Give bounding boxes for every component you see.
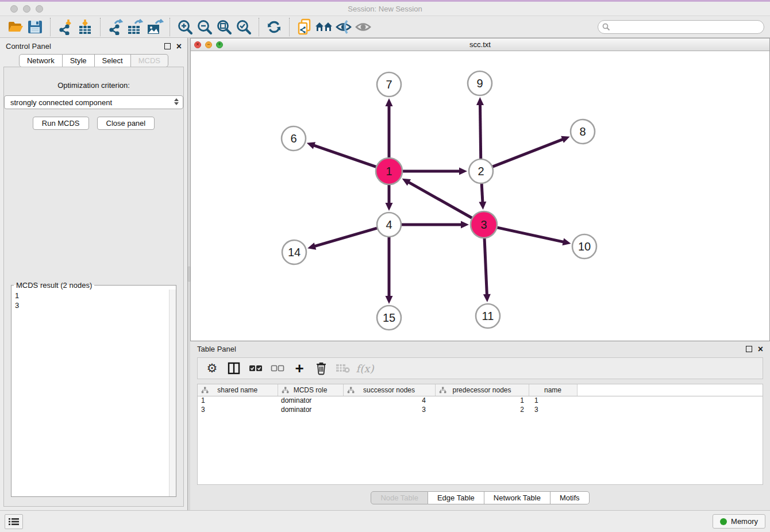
tab-style[interactable]: Style [63, 54, 95, 67]
gear-icon[interactable]: ⚙ [203, 360, 221, 377]
float-panel-icon[interactable] [164, 43, 171, 49]
split-columns-icon[interactable] [225, 360, 242, 377]
graph-node-label-9: 9 [476, 77, 483, 90]
export-image-icon[interactable] [145, 18, 164, 36]
table-row[interactable]: 1dominator411 [198, 396, 763, 405]
table-cell[interactable]: 4 [343, 396, 435, 405]
first-neighbors-icon[interactable] [314, 18, 334, 36]
table-cell[interactable]: dominator [278, 396, 343, 405]
graph-edge-3-11[interactable] [484, 238, 487, 295]
run-mcds-button[interactable]: Run MCDS [33, 117, 89, 130]
table-row[interactable]: 3dominator323 [198, 405, 763, 414]
table-cell[interactable]: 1 [435, 396, 529, 405]
close-panel-button[interactable]: Close panel [97, 117, 155, 130]
graph-edge-3-1[interactable] [408, 182, 472, 218]
graph-node-label-6: 6 [290, 132, 297, 145]
table-panel: Table Panel × ⚙ [190, 341, 770, 510]
graph-edge-1-6[interactable] [313, 145, 376, 167]
float-table-panel-icon[interactable] [746, 346, 752, 352]
zoom-out-icon[interactable] [195, 18, 214, 36]
table-cell[interactable]: 3 [529, 405, 577, 414]
control-panel: Control Panel × NetworkStyleSelectMCDS O… [0, 38, 188, 510]
tab-network-table[interactable]: Network Table [484, 491, 550, 504]
add-row-icon[interactable]: + [291, 360, 308, 377]
table-panel-tabs: Node TableEdge TableNetwork TableMotifs [190, 485, 770, 510]
delete-row-icon[interactable] [313, 360, 330, 377]
zoom-in-icon[interactable] [175, 18, 195, 36]
column-header-predecessor-nodes[interactable]: predecessor nodes [435, 384, 529, 396]
graph-edge-arrowhead [562, 238, 571, 246]
close-table-panel-icon[interactable]: × [758, 346, 763, 352]
zoom-fit-icon[interactable] [214, 18, 234, 36]
select-all-checkboxes-icon[interactable] [247, 360, 264, 377]
graph-node-label-2: 2 [478, 165, 484, 178]
clone-network-icon[interactable] [295, 18, 314, 36]
refresh-icon[interactable] [264, 18, 284, 36]
panel-splitter-handle[interactable] [188, 267, 190, 282]
graph-edge-2-3[interactable] [482, 183, 483, 203]
node-table[interactable]: shared nameMCDS rolesuccessor nodesprede… [197, 384, 763, 485]
open-folder-icon[interactable] [6, 18, 25, 36]
list-icon [9, 518, 19, 526]
table-cell[interactable]: dominator [278, 405, 343, 414]
main-toolbar [0, 16, 770, 38]
table-cell[interactable]: 3 [343, 405, 435, 414]
column-header-successor-nodes[interactable]: successor nodes [343, 384, 435, 396]
mcds-result-box: MCDS result (2 nodes) 1 3 [11, 281, 176, 497]
memory-label: Memory [731, 517, 758, 526]
show-all-icon[interactable] [353, 18, 373, 36]
table-cell[interactable]: 3 [198, 405, 278, 414]
import-table-icon[interactable] [75, 18, 95, 36]
graph-node-label-7: 7 [386, 78, 392, 91]
hide-selected-icon[interactable] [334, 18, 353, 36]
graph-edge-2-9[interactable] [480, 104, 480, 159]
result-scrollbar[interactable] [169, 290, 176, 496]
tab-select[interactable]: Select [95, 54, 131, 67]
graph-edge-arrowhead [483, 294, 491, 302]
criterion-dropdown[interactable]: strongly connected component [4, 95, 183, 109]
mcds-result-title: MCDS result (2 nodes) [14, 281, 94, 290]
tab-edge-table[interactable]: Edge Table [428, 491, 484, 504]
export-table-icon[interactable] [125, 18, 145, 36]
close-panel-icon[interactable]: × [176, 43, 182, 49]
toolbar-separator [289, 18, 290, 36]
network-canvas[interactable]: 7968124314101511 [191, 51, 769, 341]
table-cell[interactable]: 2 [435, 405, 529, 414]
graph-edge-arrowhead [476, 97, 484, 105]
deselect-all-checkboxes-icon[interactable] [269, 360, 286, 377]
column-header-name[interactable]: name [529, 384, 577, 396]
table-cell[interactable]: 1 [198, 396, 278, 405]
control-panel-title: Control Panel [6, 42, 51, 51]
memory-button[interactable]: Memory [713, 514, 765, 529]
graph-edge-arrowhead [386, 203, 393, 211]
table-panel-header: Table Panel × [190, 341, 770, 356]
column-header-shared-name[interactable]: shared name [198, 384, 278, 396]
column-header-filler [577, 384, 763, 396]
tab-network[interactable]: Network [19, 54, 63, 67]
graph-edge-2-8[interactable] [492, 139, 564, 167]
search-box [598, 20, 764, 34]
graph-edge-arrowhead [307, 142, 315, 149]
save-icon[interactable] [25, 18, 45, 36]
graph-edge-4-14[interactable] [314, 228, 378, 246]
network-graph[interactable]: 7968124314101511 [191, 51, 728, 341]
graph-edge-3-10[interactable] [496, 228, 564, 242]
export-network-icon[interactable] [106, 18, 125, 36]
window-titlebar: Session: New Session [0, 2, 770, 16]
mcds-tab-content: Optimization criterion: strongly connect… [3, 67, 184, 507]
task-history-button[interactable] [5, 514, 23, 529]
zoom-selected-icon[interactable] [234, 18, 253, 36]
toolbar-separator [170, 18, 170, 36]
column-header-MCDS-role[interactable]: MCDS role [278, 384, 343, 396]
graph-node-label-10: 10 [578, 240, 591, 253]
window-title: Session: New Session [0, 5, 770, 13]
import-network-icon[interactable] [56, 18, 75, 36]
tab-mcds[interactable]: MCDS [131, 54, 168, 67]
table-panel-title: Table Panel [197, 345, 236, 353]
tab-node-table[interactable]: Node Table [371, 491, 428, 504]
network-window-titlebar: × − + scc.txt [191, 38, 769, 51]
table-cell[interactable]: 1 [529, 396, 577, 405]
tab-motifs[interactable]: Motifs [550, 491, 590, 504]
network-window: × − + scc.txt 7968124314101511 [190, 38, 770, 341]
search-input[interactable] [598, 20, 764, 34]
